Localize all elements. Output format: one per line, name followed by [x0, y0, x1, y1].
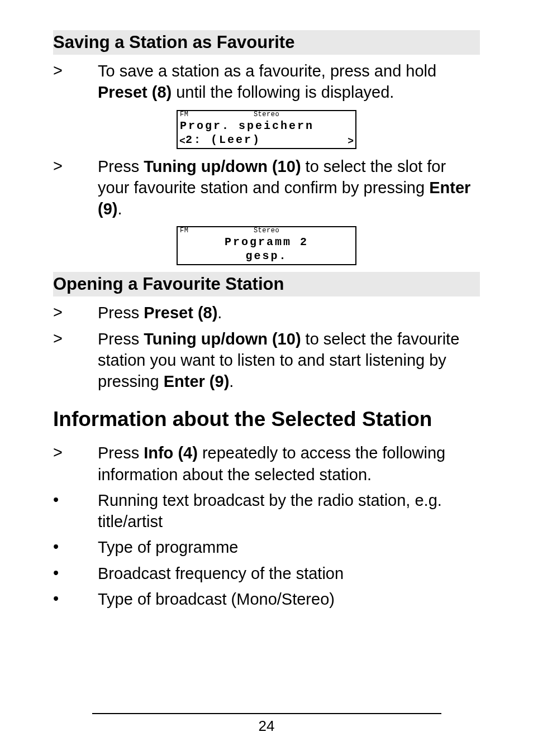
heading-info-station: Information about the Selected Station — [53, 408, 480, 431]
step-marker: > — [53, 302, 98, 323]
text-bold: Preset (8) — [144, 304, 217, 322]
bullet-item: • Type of broadcast (Mono/Stereo) — [53, 588, 480, 610]
step-save-2: > Press Tuning up/down (10) to select th… — [53, 156, 480, 220]
bullet-text: Broadcast frequency of the station — [98, 563, 344, 584]
heading-open-favourite: Opening a Favourite Station — [53, 272, 480, 296]
bullet-item: • Broadcast frequency of the station — [53, 563, 480, 584]
lcd-display-1: FM Stereo Progr. speichern < 2: (Leer) > — [177, 110, 356, 149]
step-body: Press Preset (8). — [98, 302, 222, 323]
step-marker: > — [53, 328, 98, 393]
text-bold: Preset (8) — [98, 83, 172, 101]
lcd-line-1: Programm 2 — [180, 235, 353, 249]
bullet-marker: • — [53, 588, 98, 610]
step-save-1: > To save a station as a favourite, pres… — [53, 60, 480, 103]
text-bold: Tuning up/down (10) — [144, 330, 301, 348]
text: Press — [98, 330, 144, 348]
lcd-status-row: FM Stereo — [180, 111, 353, 118]
lcd-display-2: FM Stereo Programm 2 gesp. — [177, 226, 356, 265]
bullet-item: • Type of programme — [53, 537, 480, 558]
lcd-stereo: Stereo — [178, 111, 355, 118]
page-number: 24 — [259, 717, 275, 734]
text-bold: Enter (9) — [164, 372, 230, 390]
bullet-marker: • — [53, 563, 98, 584]
step-open-2: > Press Tuning up/down (10) to select th… — [53, 328, 480, 393]
text: Press — [98, 304, 144, 322]
lcd-status-row: FM Stereo — [180, 227, 353, 234]
text: Press — [98, 157, 144, 175]
footer-rule — [92, 713, 441, 714]
page-footer: 24 — [0, 713, 533, 735]
bullet-marker: • — [53, 490, 98, 533]
lcd-line-2: gesp. — [180, 249, 353, 263]
step-marker: > — [53, 156, 98, 220]
lcd-stereo: Stereo — [178, 227, 355, 234]
arrow-right-icon: > — [348, 136, 354, 147]
arrow-left-icon: < — [179, 136, 185, 147]
bullet-marker: • — [53, 537, 98, 558]
text: Press — [98, 444, 144, 462]
text-bold: Info (4) — [144, 444, 198, 462]
text-bold: Tuning up/down (10) — [144, 157, 301, 175]
page: Saving a Station as Favourite > To save … — [0, 0, 533, 756]
text: To save a station as a favourite, press … — [98, 62, 436, 80]
heading-save-favourite: Saving a Station as Favourite — [53, 30, 480, 55]
bullet-text: Running text broadcast by the radio stat… — [98, 490, 480, 533]
step-body: To save a station as a favourite, press … — [98, 60, 480, 103]
text: . — [229, 372, 234, 390]
step-open-1: > Press Preset (8). — [53, 302, 480, 323]
text: . — [117, 200, 122, 218]
bullet-item: • Running text broadcast by the radio st… — [53, 490, 480, 533]
text: . — [217, 304, 222, 322]
bullet-text: Type of programme — [98, 537, 238, 558]
lcd-line-1: Progr. speichern — [180, 119, 353, 133]
bullet-text: Type of broadcast (Mono/Stereo) — [98, 588, 335, 610]
step-body: Press Info (4) repeatedly to access the … — [98, 442, 480, 485]
lcd-line-2: 2: (Leer) — [180, 133, 353, 147]
step-marker: > — [53, 60, 98, 103]
step-marker: > — [53, 442, 98, 485]
step-body: Press Tuning up/down (10) to select the … — [98, 156, 480, 220]
step-info-1: > Press Info (4) repeatedly to access th… — [53, 442, 480, 485]
step-body: Press Tuning up/down (10) to select the … — [98, 328, 480, 393]
text: until the following is displayed. — [172, 83, 394, 101]
